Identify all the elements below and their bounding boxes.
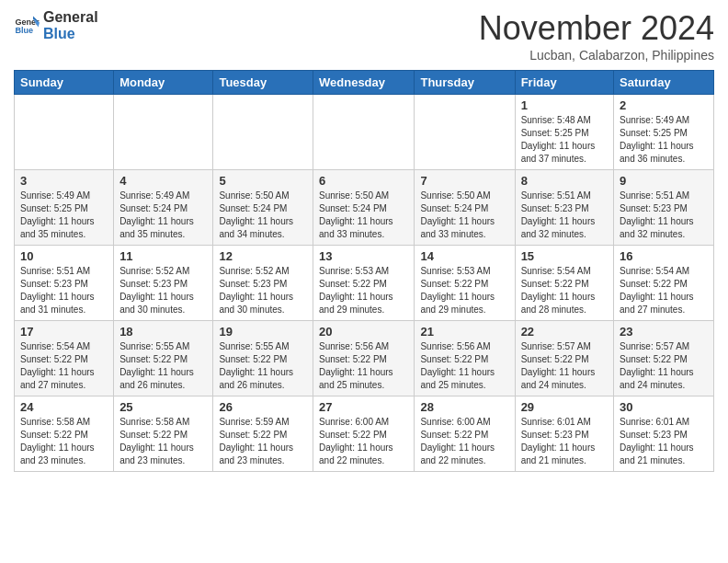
day-number: 9 <box>620 174 708 188</box>
calendar-cell: 5Sunrise: 5:50 AMSunset: 5:24 PMDaylight… <box>213 170 313 246</box>
day-number: 2 <box>620 98 708 112</box>
calendar-cell: 28Sunrise: 6:00 AMSunset: 5:22 PMDayligh… <box>415 396 515 472</box>
day-number: 8 <box>521 174 608 188</box>
day-number: 7 <box>420 174 508 188</box>
day-info: Sunrise: 6:01 AMSunset: 5:23 PMDaylight:… <box>521 416 608 467</box>
calendar-cell: 13Sunrise: 5:53 AMSunset: 5:22 PMDayligh… <box>313 246 415 321</box>
week-row-3: 10Sunrise: 5:51 AMSunset: 5:23 PMDayligh… <box>15 246 714 321</box>
day-info: Sunrise: 5:56 AMSunset: 5:22 PMDaylight:… <box>319 340 408 392</box>
calendar-cell: 14Sunrise: 5:53 AMSunset: 5:22 PMDayligh… <box>415 246 515 321</box>
weekday-header-sunday: Sunday <box>15 71 114 95</box>
calendar-cell: 3Sunrise: 5:49 AMSunset: 5:25 PMDaylight… <box>15 170 114 246</box>
day-number: 6 <box>319 174 408 188</box>
calendar-cell: 4Sunrise: 5:49 AMSunset: 5:24 PMDaylight… <box>114 170 213 246</box>
day-info: Sunrise: 5:50 AMSunset: 5:24 PMDaylight:… <box>219 190 307 241</box>
day-info: Sunrise: 5:48 AMSunset: 5:25 PMDaylight:… <box>521 114 608 166</box>
day-number: 13 <box>319 249 408 263</box>
day-number: 20 <box>319 325 408 339</box>
day-info: Sunrise: 5:59 AMSunset: 5:22 PMDaylight:… <box>219 416 307 467</box>
calendar-cell: 6Sunrise: 5:50 AMSunset: 5:24 PMDaylight… <box>313 170 415 246</box>
calendar-cell: 8Sunrise: 5:51 AMSunset: 5:23 PMDaylight… <box>515 170 613 246</box>
calendar-cell: 7Sunrise: 5:50 AMSunset: 5:24 PMDaylight… <box>415 170 515 246</box>
week-row-5: 24Sunrise: 5:58 AMSunset: 5:22 PMDayligh… <box>15 396 714 472</box>
calendar-cell <box>213 95 313 170</box>
day-info: Sunrise: 5:50 AMSunset: 5:24 PMDaylight:… <box>319 190 408 241</box>
calendar-cell: 22Sunrise: 5:57 AMSunset: 5:22 PMDayligh… <box>515 321 613 396</box>
day-number: 3 <box>20 174 108 188</box>
calendar-cell: 29Sunrise: 6:01 AMSunset: 5:23 PMDayligh… <box>515 396 613 472</box>
weekday-header-saturday: Saturday <box>614 71 714 95</box>
day-number: 14 <box>420 249 508 263</box>
calendar-cell <box>114 95 213 170</box>
calendar-cell: 27Sunrise: 6:00 AMSunset: 5:22 PMDayligh… <box>313 396 415 472</box>
day-number: 21 <box>420 325 508 339</box>
calendar-cell: 23Sunrise: 5:57 AMSunset: 5:22 PMDayligh… <box>614 321 714 396</box>
day-info: Sunrise: 5:51 AMSunset: 5:23 PMDaylight:… <box>521 190 608 241</box>
calendar-cell <box>313 95 415 170</box>
logo-general: General <box>43 9 98 26</box>
day-number: 19 <box>219 325 307 339</box>
day-info: Sunrise: 5:52 AMSunset: 5:23 PMDaylight:… <box>119 265 207 316</box>
calendar-cell: 12Sunrise: 5:52 AMSunset: 5:23 PMDayligh… <box>213 246 313 321</box>
page-header: General Blue GeneralBlue November 2024 L… <box>14 9 714 63</box>
calendar-cell: 25Sunrise: 5:58 AMSunset: 5:22 PMDayligh… <box>114 396 213 472</box>
day-info: Sunrise: 6:01 AMSunset: 5:23 PMDaylight:… <box>620 416 708 467</box>
day-number: 23 <box>620 325 708 339</box>
day-info: Sunrise: 5:57 AMSunset: 5:22 PMDaylight:… <box>521 340 608 392</box>
weekday-header-monday: Monday <box>114 71 213 95</box>
location: Lucban, Calabarzon, Philippines <box>479 48 714 63</box>
weekday-header-tuesday: Tuesday <box>213 71 313 95</box>
calendar-cell: 10Sunrise: 5:51 AMSunset: 5:23 PMDayligh… <box>15 246 114 321</box>
day-info: Sunrise: 5:56 AMSunset: 5:22 PMDaylight:… <box>420 340 508 392</box>
day-number: 1 <box>521 98 608 112</box>
day-number: 25 <box>119 400 207 414</box>
logo-text: GeneralBlue <box>43 9 98 41</box>
weekday-header-thursday: Thursday <box>415 71 515 95</box>
day-info: Sunrise: 5:49 AMSunset: 5:24 PMDaylight:… <box>119 190 207 241</box>
calendar-cell: 24Sunrise: 5:58 AMSunset: 5:22 PMDayligh… <box>15 396 114 472</box>
day-info: Sunrise: 5:58 AMSunset: 5:22 PMDaylight:… <box>20 416 108 467</box>
week-row-4: 17Sunrise: 5:54 AMSunset: 5:22 PMDayligh… <box>15 321 714 396</box>
day-info: Sunrise: 6:00 AMSunset: 5:22 PMDaylight:… <box>319 416 408 467</box>
logo-icon: General Blue <box>14 13 40 39</box>
weekday-header-wednesday: Wednesday <box>313 71 415 95</box>
day-number: 12 <box>219 249 307 263</box>
day-info: Sunrise: 5:54 AMSunset: 5:22 PMDaylight:… <box>521 265 608 316</box>
day-info: Sunrise: 5:54 AMSunset: 5:22 PMDaylight:… <box>620 265 708 316</box>
day-number: 11 <box>119 249 207 263</box>
day-number: 22 <box>521 325 608 339</box>
calendar-cell <box>15 95 114 170</box>
calendar-cell: 18Sunrise: 5:55 AMSunset: 5:22 PMDayligh… <box>114 321 213 396</box>
day-info: Sunrise: 5:49 AMSunset: 5:25 PMDaylight:… <box>620 114 708 166</box>
month-title: November 2024 <box>479 9 714 48</box>
calendar-cell: 1Sunrise: 5:48 AMSunset: 5:25 PMDaylight… <box>515 95 613 170</box>
day-info: Sunrise: 5:49 AMSunset: 5:25 PMDaylight:… <box>20 190 108 241</box>
day-number: 29 <box>521 400 608 414</box>
calendar-cell: 21Sunrise: 5:56 AMSunset: 5:22 PMDayligh… <box>415 321 515 396</box>
day-number: 17 <box>20 325 108 339</box>
day-info: Sunrise: 5:52 AMSunset: 5:23 PMDaylight:… <box>219 265 307 316</box>
day-info: Sunrise: 5:57 AMSunset: 5:22 PMDaylight:… <box>620 340 708 392</box>
day-number: 28 <box>420 400 508 414</box>
day-number: 15 <box>521 249 608 263</box>
calendar-cell: 11Sunrise: 5:52 AMSunset: 5:23 PMDayligh… <box>114 246 213 321</box>
day-info: Sunrise: 5:55 AMSunset: 5:22 PMDaylight:… <box>219 340 307 392</box>
calendar-cell: 9Sunrise: 5:51 AMSunset: 5:23 PMDaylight… <box>614 170 714 246</box>
day-info: Sunrise: 6:00 AMSunset: 5:22 PMDaylight:… <box>420 416 508 467</box>
day-number: 4 <box>119 174 207 188</box>
title-block: November 2024 Lucban, Calabarzon, Philip… <box>479 9 714 63</box>
day-number: 16 <box>620 249 708 263</box>
calendar-cell: 15Sunrise: 5:54 AMSunset: 5:22 PMDayligh… <box>515 246 613 321</box>
calendar-cell: 19Sunrise: 5:55 AMSunset: 5:22 PMDayligh… <box>213 321 313 396</box>
day-info: Sunrise: 5:58 AMSunset: 5:22 PMDaylight:… <box>119 416 207 467</box>
calendar-cell: 16Sunrise: 5:54 AMSunset: 5:22 PMDayligh… <box>614 246 714 321</box>
day-number: 18 <box>119 325 207 339</box>
day-info: Sunrise: 5:54 AMSunset: 5:22 PMDaylight:… <box>20 340 108 392</box>
weekday-header-row: SundayMondayTuesdayWednesdayThursdayFrid… <box>15 71 714 95</box>
calendar-cell: 30Sunrise: 6:01 AMSunset: 5:23 PMDayligh… <box>614 396 714 472</box>
day-number: 5 <box>219 174 307 188</box>
svg-text:Blue: Blue <box>15 25 33 34</box>
day-info: Sunrise: 5:51 AMSunset: 5:23 PMDaylight:… <box>620 190 708 241</box>
day-number: 10 <box>20 249 108 263</box>
day-number: 24 <box>20 400 108 414</box>
